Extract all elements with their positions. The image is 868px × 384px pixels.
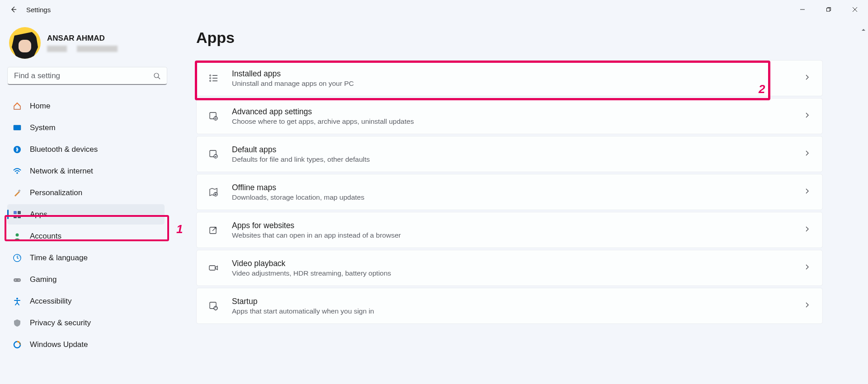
scroll-up-indicator[interactable] — [861, 26, 866, 32]
sidebar-item-accessibility[interactable]: Accessibility — [7, 291, 165, 311]
card-title: Offline maps — [232, 183, 804, 192]
card-sub: Websites that can open in an app instead… — [232, 231, 804, 239]
sidebar-item-home[interactable]: Home — [7, 96, 165, 116]
svg-rect-11 — [14, 211, 17, 214]
svg-point-9 — [16, 172, 18, 174]
sidebar-item-label: Accounts — [30, 232, 61, 241]
chevron-right-icon — [804, 74, 811, 82]
map-icon — [208, 186, 219, 198]
list-icon — [208, 72, 219, 84]
arrow-left-icon — [9, 6, 17, 13]
search-icon — [153, 72, 160, 80]
sidebar-item-label: Windows Update — [30, 340, 88, 349]
sidebar-item-label: Privacy & security — [30, 318, 91, 328]
card-offline-maps[interactable]: Offline maps Downloads, storage location… — [196, 174, 823, 210]
svg-rect-10 — [18, 189, 20, 192]
gamepad-icon — [13, 275, 22, 284]
svg-rect-1 — [827, 8, 830, 11]
sidebar-item-label: Home — [30, 102, 50, 111]
chevron-right-icon — [804, 302, 811, 310]
home-icon — [13, 102, 22, 111]
minimize-button[interactable] — [789, 0, 816, 19]
startup-icon — [208, 300, 219, 312]
sidebar-item-apps[interactable]: Apps — [7, 204, 165, 225]
card-title: Startup — [232, 297, 804, 306]
sidebar-item-privacy[interactable]: Privacy & security — [7, 313, 165, 333]
minimize-icon — [800, 7, 805, 12]
svg-point-25 — [210, 78, 211, 79]
card-sub: Defaults for file and link types, other … — [232, 155, 804, 164]
card-sub: Choose where to get apps, archive apps, … — [232, 117, 804, 126]
sidebar-item-system[interactable]: System — [7, 117, 165, 138]
svg-point-24 — [210, 75, 211, 76]
svg-rect-13 — [14, 215, 17, 218]
search-box[interactable] — [7, 67, 167, 85]
clock-icon — [13, 253, 22, 262]
search-input[interactable] — [14, 71, 153, 80]
svg-point-33 — [214, 155, 217, 158]
sidebar-item-label: Bluetooth & devices — [30, 145, 98, 154]
restore-icon — [826, 7, 831, 12]
card-title: Installed apps — [232, 69, 804, 79]
sidebar-item-accounts[interactable]: Accounts — [7, 226, 165, 246]
sidebar-item-label: Time & language — [30, 253, 88, 262]
svg-point-19 — [15, 280, 16, 281]
open-link-icon — [208, 224, 219, 236]
content-area: Apps Installed apps Uninstall and manage… — [172, 19, 868, 384]
card-advanced-app-settings[interactable]: Advanced app settings Choose where to ge… — [196, 98, 823, 134]
profile-block[interactable]: ANSAR AHMAD — [7, 27, 165, 59]
titlebar: Settings — [0, 0, 868, 19]
chevron-right-icon — [804, 264, 811, 272]
nav-list: Home System Bluetooth & devices Network … — [7, 96, 165, 355]
profile-name: ANSAR AHMAD — [47, 34, 118, 43]
card-sub: Apps that start automatically when you s… — [232, 307, 804, 315]
brush-icon — [13, 188, 22, 197]
card-sub: Uninstall and manage apps on your PC — [232, 80, 804, 88]
chevron-right-icon — [804, 112, 811, 120]
card-installed-apps[interactable]: Installed apps Uninstall and manage apps… — [196, 60, 823, 96]
svg-rect-6 — [14, 125, 21, 130]
sidebar: ANSAR AHMAD Home System Bluetooth & devi… — [0, 19, 172, 384]
card-default-apps[interactable]: Default apps Defaults for file and link … — [196, 136, 823, 172]
sidebar-item-personalization[interactable]: Personalization — [7, 183, 165, 203]
close-icon — [852, 7, 858, 12]
window-controls — [789, 0, 868, 19]
card-title: Advanced app settings — [232, 107, 804, 117]
card-apps-for-websites[interactable]: Apps for websites Websites that can open… — [196, 212, 823, 248]
avatar — [9, 27, 41, 59]
sidebar-item-label: Apps — [30, 210, 47, 219]
close-button[interactable] — [842, 0, 868, 19]
svg-point-4 — [154, 73, 159, 78]
sidebar-item-label: Gaming — [30, 275, 57, 284]
chevron-right-icon — [804, 188, 811, 196]
card-title: Default apps — [232, 145, 804, 155]
back-button[interactable] — [9, 5, 17, 14]
sidebar-item-bluetooth[interactable]: Bluetooth & devices — [7, 139, 165, 159]
svg-point-21 — [16, 298, 18, 300]
annotation-number-2: 2 — [759, 82, 765, 96]
apps-icon — [13, 210, 22, 219]
sidebar-item-network[interactable]: Network & internet — [7, 161, 165, 181]
svg-line-5 — [158, 77, 160, 79]
svg-point-20 — [19, 280, 19, 281]
restore-button[interactable] — [816, 0, 842, 19]
bluetooth-icon — [13, 145, 22, 154]
card-title: Apps for websites — [232, 221, 804, 230]
profile-email-blurred — [47, 46, 118, 52]
svg-point-26 — [210, 80, 211, 82]
sidebar-item-label: Accessibility — [30, 297, 72, 306]
sidebar-item-update[interactable]: Windows Update — [7, 334, 165, 355]
sidebar-item-label: Personalization — [30, 188, 82, 197]
svg-rect-12 — [18, 211, 21, 214]
sidebar-item-label: System — [30, 123, 56, 132]
accessibility-icon — [13, 297, 22, 306]
card-sub: Downloads, storage location, map updates — [232, 193, 804, 201]
system-icon — [13, 123, 22, 132]
card-startup[interactable]: Startup Apps that start automatically wh… — [196, 288, 823, 324]
chevron-right-icon — [804, 150, 811, 158]
card-video-playback[interactable]: Video playback Video adjustments, HDR st… — [196, 250, 823, 286]
svg-rect-36 — [209, 266, 215, 270]
sidebar-item-time[interactable]: Time & language — [7, 248, 165, 268]
sidebar-item-gaming[interactable]: Gaming — [7, 269, 165, 290]
video-icon — [208, 262, 219, 274]
